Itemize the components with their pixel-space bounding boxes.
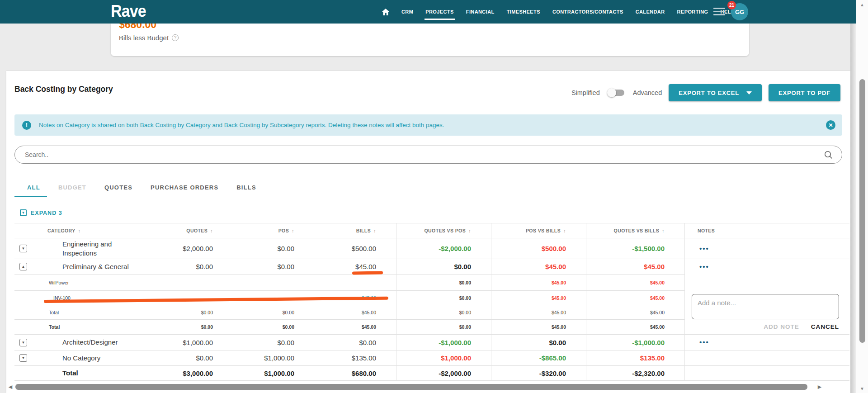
notification-badge: 21	[727, 1, 736, 9]
vertical-scrollbar-thumb[interactable]	[859, 79, 865, 343]
tab-all[interactable]: ALL	[27, 184, 40, 191]
column-header-pos[interactable]: POS↑	[231, 223, 312, 238]
column-header-notes: NOTES	[684, 223, 849, 238]
cell-quotes-vs-pos: $1,000.00	[396, 350, 491, 366]
table-row-architect-designer: ▼ Architect/Designer $1,000.00 $0.00 $0.…	[14, 335, 849, 350]
summary-value: $680.00	[119, 24, 749, 31]
cell-pos: $1,000.00	[231, 366, 312, 381]
brand-logo[interactable]: Rave	[111, 2, 146, 21]
column-header-category[interactable]: CATEGORY↑	[43, 223, 147, 238]
cell-quotes-vs-bills: $45.00	[586, 275, 684, 291]
table-row-preliminary-general: ▲ Preliminary & General $0.00 $0.00 $45.…	[14, 259, 849, 275]
cell-quotes: $0.00	[147, 350, 231, 366]
cell-bills: $135.00	[312, 350, 396, 366]
search-input[interactable]	[15, 151, 824, 158]
scroll-up-icon[interactable]: ▲	[856, 2, 868, 7]
scroll-down-icon[interactable]: ▼	[856, 386, 868, 391]
cell-bills: $680.00	[312, 366, 396, 381]
cell-pos: $0.00	[231, 259, 312, 275]
cell-pos-vs-bills: $45.00	[491, 291, 586, 305]
cell-quotes-vs-bills: -$2,320.00	[586, 366, 684, 381]
banner-close-icon[interactable]: ✕	[826, 120, 835, 130]
contractor-name: WilPower	[14, 275, 147, 291]
total-label: Total	[43, 366, 147, 381]
column-header-quotes-vs-pos[interactable]: QUOTES VS POS↑	[396, 223, 491, 238]
cell-quotes-vs-bills: $45.00	[586, 320, 684, 335]
expand-all-control[interactable]: ▼ EXPAND 3	[20, 209, 62, 216]
nav-item-reporting[interactable]: REPORTING	[677, 9, 708, 14]
note-actions: ADD NOTE CANCEL	[692, 323, 839, 330]
tab-bills[interactable]: BILLS	[236, 184, 256, 191]
table-row-no-category: ▼ No Category $0.00 $1,000.00 $135.00 $1…	[14, 350, 849, 366]
home-icon[interactable]	[382, 9, 389, 15]
horizontal-scrollbar: ◀ ▶	[6, 382, 850, 391]
cancel-note-button[interactable]: CANCEL	[811, 323, 839, 330]
main-panel: Back Costing by Category Simplified Adva…	[6, 71, 850, 393]
toggle-label-advanced: Advanced	[633, 89, 662, 96]
tab-quotes[interactable]: QUOTES	[104, 184, 132, 191]
sort-asc-icon: ↑	[468, 228, 471, 233]
cell-bills: $45.00	[312, 320, 396, 335]
toggle-knob[interactable]	[607, 88, 616, 97]
column-header-bills[interactable]: BILLS↑	[312, 223, 396, 238]
category-name: Preliminary & General	[43, 259, 147, 275]
subtotal-label: Total	[14, 320, 147, 335]
cell-pos: $1,000.00	[231, 350, 312, 366]
cell-pos-vs-bills: $0.00	[491, 335, 586, 350]
search-icon[interactable]	[824, 151, 833, 159]
expand-row-icon[interactable]: ▼	[19, 245, 27, 252]
scroll-left-icon[interactable]: ◀	[6, 384, 14, 390]
cell-quotes-vs-pos: $0.00	[396, 259, 491, 275]
horizontal-scrollbar-thumb[interactable]	[15, 384, 807, 390]
avatar-initials: GG	[735, 9, 744, 15]
cell-pos-vs-bills: $500.00	[491, 238, 586, 259]
add-note-button[interactable]: ADD NOTE	[764, 323, 799, 330]
subtotal-label: Total	[14, 305, 147, 320]
active-tab-indicator	[14, 196, 47, 197]
note-input[interactable]	[692, 294, 839, 319]
cell-quotes: $0.00	[147, 305, 231, 320]
cell-quotes: $1,000.00	[147, 335, 231, 350]
cell-quotes: $3,000.00	[147, 366, 231, 381]
cell-quotes-vs-pos: $0.00	[396, 291, 491, 305]
cell-pos: $0.00	[231, 320, 312, 335]
tab-budget[interactable]: BUDGET	[58, 184, 86, 191]
nav-item-contractors-contacts[interactable]: CONTRACTORS/CONTACTS	[552, 9, 623, 14]
category-name: No Category	[43, 350, 147, 366]
nav-item-timesheets[interactable]: TIMESHEETS	[507, 9, 540, 14]
nav-item-projects[interactable]: PROJECTS	[425, 9, 454, 14]
table-subrow-wilpower: WilPower $0.00 $45.00 $45.00	[14, 275, 849, 291]
nav-item-calendar[interactable]: CALENDAR	[636, 9, 665, 14]
export-to-excel-button[interactable]: EXPORT TO EXCEL	[669, 84, 762, 101]
chevron-down-icon	[746, 91, 752, 95]
sort-asc-icon: ↑	[563, 228, 566, 233]
expand-row-icon[interactable]: ▼	[19, 354, 27, 362]
simplified-advanced-toggle[interactable]	[609, 90, 624, 96]
help-tooltip-icon[interactable]: ?	[172, 34, 179, 41]
scroll-right-icon[interactable]: ▶	[816, 384, 824, 390]
page-edge	[850, 24, 856, 393]
nav-item-financial[interactable]: FINANCIAL	[466, 9, 495, 14]
column-header-pos-vs-bills[interactable]: POS VS BILLS↑	[491, 223, 586, 238]
app-header: Rave CRM PROJECTS FINANCIAL TIMESHEETS C…	[0, 0, 856, 24]
collapse-row-icon[interactable]: ▲	[19, 263, 27, 270]
column-header-quotes[interactable]: QUOTES↑	[147, 223, 231, 238]
sort-asc-icon: ↑	[373, 228, 376, 233]
nav-item-crm[interactable]: CRM	[401, 9, 413, 14]
cell-bills: $45.00	[312, 305, 396, 320]
invoice-link[interactable]: INV-100	[14, 291, 147, 305]
cell-quotes-vs-pos: $0.00	[396, 275, 491, 291]
page-title: Back Costing by Category	[14, 85, 113, 94]
main-nav: CRM PROJECTS FINANCIAL TIMESHEETS CONTRA…	[382, 0, 735, 24]
menu-icon[interactable]	[713, 8, 725, 17]
expand-row-icon[interactable]: ▼	[19, 339, 27, 346]
tab-purchase-orders[interactable]: PURCHASE ORDERS	[151, 184, 218, 191]
avatar[interactable]: GG 21	[731, 3, 748, 20]
note-editor	[692, 294, 839, 319]
column-header-quotes-vs-bills[interactable]: QUOTES VS BILLS↑	[586, 223, 684, 238]
table-header-row: CATEGORY↑ QUOTES↑ POS↑ BILLS↑ QUOTES VS …	[14, 223, 849, 238]
sort-asc-icon: ↑	[292, 228, 294, 233]
cell-quotes: $0.00	[147, 320, 231, 335]
banner-text: Notes on Category is shared on both Back…	[39, 122, 444, 128]
export-to-pdf-button[interactable]: EXPORT TO PDF	[769, 84, 840, 101]
